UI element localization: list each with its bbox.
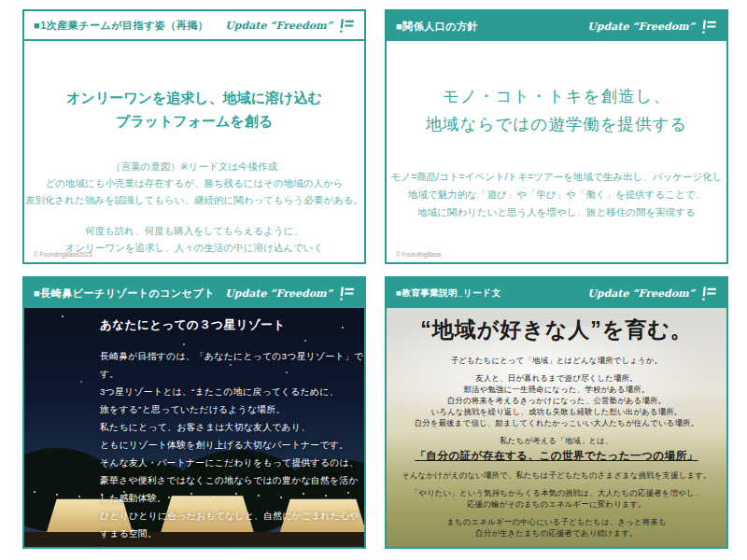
- slide-2-body: モノ=商品/コト=イベント/トキ=ツアーを地域で生み出し、パッケージ化し地域で魅…: [387, 168, 726, 221]
- brand-mark: Update “Freedom”: [225, 18, 355, 34]
- slide-1-copyright: © FoundingBase2021: [34, 251, 92, 258]
- slide-4-emphasized-definition: 「自分の証が存在する、この世界でたった一つの場所」: [387, 449, 726, 463]
- slide-4-paragraph-7: 私たちは、子どもたちが自分のまちに誇りを持ち、生きた証を感じられるように、たくさ…: [387, 545, 726, 549]
- brand-script-label: Update “Freedom”: [225, 287, 332, 300]
- stars-decoration: [62, 315, 63, 317]
- slide-2-header: ■関係人口の方針 Update “Freedom”: [387, 11, 726, 41]
- slide-1-header-title: ■1次産業チームが目指す姿（再掲）: [34, 19, 208, 33]
- string-lights-decoration: [34, 491, 35, 493]
- slide-2-related-population: ■関係人口の方針 Update “Freedom” モノ・コト・トキを創造し、地…: [385, 9, 728, 264]
- slide-1-body-intent: （言葉の意図）※リード文は今後作成どの地域にも小売業は存在するが、勝ち残るにはそ…: [24, 158, 364, 208]
- slide-4-paragraph-4: そんなかけがえのない場所で、私たちは子どもたちのさまざまな挑戦を支援します。: [387, 469, 726, 481]
- slide-4-paragraph-5: 「やりたい」という気持ちからくる本気の挑戦は、大人たちの応援者を増やし、応援の輪…: [387, 487, 726, 510]
- slide-4-paragraph-1: 子どもたちにとって「地域」とはどんな場所でしょうか。: [387, 355, 726, 366]
- slide-3-text-block: あなたにとっての３つ星リゾート 長崎鼻が目指すのは、「あなたにとっての3つ星リゾ…: [100, 317, 364, 549]
- slide-2-copyright: © FoundingBase: [396, 251, 442, 258]
- slide-1-main-heading: オンリーワンを追求し、地域に溶け込むプラットフォームを創る: [24, 86, 364, 133]
- flag-icon: [701, 286, 717, 301]
- slide-3-header: ■長崎鼻ビーチリゾートのコンセプト Update “Freedom”: [24, 278, 364, 308]
- slide-3-header-title: ■長崎鼻ビーチリゾートのコンセプト: [34, 287, 215, 301]
- slide-3-paragraph-2: 私たちにとって、お客さまは大切な友人であり、ともにリゾート体験を創り上げる大切な…: [100, 418, 364, 507]
- brand-script-label: Update “Freedom”: [587, 287, 695, 300]
- slide-1-primary-industry: ■1次産業チームが目指す姿（再掲） Update “Freedom” オンリーワ…: [22, 9, 366, 264]
- slide-1-header: ■1次産業チームが目指す姿（再掲） Update “Freedom”: [24, 11, 364, 41]
- slide-4-paragraph-6: まちのエネルギーの中心にいる子どもたちは、きっと将来も自分が生きたまちの応援者で…: [387, 516, 726, 539]
- flag-icon: [339, 18, 355, 34]
- slide-4-education-lead: ■教育事業説明_リード文 Update “Freedom” “地域が好きな人”を…: [385, 276, 728, 549]
- brand-script-label: Update “Freedom”: [587, 21, 695, 33]
- flag-icon: [701, 19, 717, 35]
- slide-3-paragraph-1: 長崎鼻が目指すのは、「あなたにとっての3つ星リゾート」です。3つ星リゾートとは、…: [100, 347, 364, 418]
- slide-4-title: “地域が好きな人”を育む。: [387, 315, 726, 344]
- brand-script-label: Update “Freedom”: [225, 20, 332, 32]
- brand-mark: Update “Freedom”: [587, 286, 717, 301]
- slide-4-paragraph-3-intro: 私たちが考える「地域」とは、: [387, 435, 726, 446]
- slide-4-text-block: “地域が好きな人”を育む。 子どもたちにとって「地域」とはどんな場所でしょうか。…: [387, 315, 726, 549]
- slide-3-paragraph-3: ひとりひとりに合ったおもてなしと、自然にかこまれた心やすまる空間。私たちは、お客…: [100, 507, 364, 549]
- brand-mark: Update “Freedom”: [225, 286, 355, 301]
- slide-3-beach-resort-concept: ■長崎鼻ビーチリゾートのコンセプト Update “Freedom”: [22, 276, 366, 549]
- slide-3-title: あなたにとっての３つ星リゾート: [100, 317, 364, 333]
- slide-grid: ■1次産業チームが目指す姿（再掲） Update “Freedom” オンリーワ…: [0, 0, 747, 560]
- slide-2-main-heading: モノ・コト・トキを創造し、地域ならではの遊学働を提供する: [387, 82, 726, 138]
- flag-icon: [339, 286, 355, 301]
- slide-4-header-title: ■教育事業説明_リード文: [396, 287, 500, 300]
- slide-4-header: ■教育事業説明_リード文 Update “Freedom”: [387, 278, 726, 308]
- slide-4-paragraph-2: 友人と、日が暮れるまで遊び尽くした場所。部活や勉強に一生懸命になった、学校がある…: [387, 372, 726, 428]
- brand-mark: Update “Freedom”: [587, 19, 717, 35]
- slide-2-header-title: ■関係人口の方針: [396, 20, 478, 34]
